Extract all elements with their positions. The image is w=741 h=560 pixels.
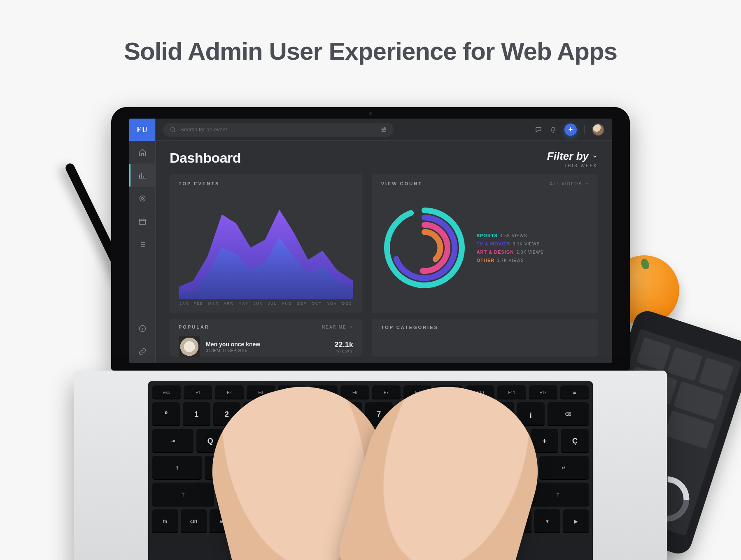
popular-scope[interactable]: NEAR ME	[322, 325, 353, 329]
messages-icon[interactable]	[535, 126, 542, 133]
popular-title: POPULAR	[179, 324, 210, 329]
top-events-title: TOP EVENTS	[179, 181, 219, 186]
sidebar-item-info[interactable]	[129, 317, 155, 340]
chevron-down-icon	[585, 182, 589, 186]
divider	[584, 125, 585, 134]
filter-by[interactable]: Filter by THIS WEEK	[547, 150, 598, 168]
popular-stat-value: 22.1k	[335, 341, 353, 349]
popular-panel: POPULAR NEAR ME Men you once knew	[170, 319, 362, 357]
filter-label: Filter by	[547, 150, 589, 163]
filter-value: THIS WEEK	[547, 163, 598, 168]
info-icon	[138, 324, 147, 333]
popular-item-name[interactable]: Men you once knew	[206, 341, 329, 348]
svg-point-4	[171, 127, 175, 131]
view-count-panel: VIEW COUNT ALL VIDEOS	[372, 174, 598, 313]
popular-stat-label: VIEWS	[335, 349, 353, 353]
top-events-xaxis: JANFEB MARAPR MAYJUN JULAUG SEPOCT NOVDE…	[179, 301, 353, 306]
popular-thumb[interactable]	[179, 336, 200, 357]
svg-point-0	[140, 196, 145, 201]
laptop-mockup: EU	[111, 107, 630, 560]
chevron-down-icon	[592, 154, 598, 159]
calendar-icon	[138, 217, 147, 226]
main-area: + Dashboard Filter by THIS WEEK	[156, 119, 612, 363]
link-icon	[138, 348, 147, 356]
brand-badge[interactable]: EU	[129, 119, 155, 141]
sidebar-item-calendar[interactable]	[129, 210, 155, 233]
sliders-icon[interactable]	[380, 126, 387, 133]
marketing-headline: Solid Admin User Experience for Web Apps	[0, 37, 741, 65]
legend-row: ART & DESIGN 2.3K VIEWS	[477, 250, 589, 254]
top-categories-title: TOP CATEGORIES	[381, 325, 589, 330]
ring-other	[408, 232, 440, 264]
ring-sports	[387, 210, 462, 285]
topbar: +	[156, 119, 612, 141]
sidebar-item-list[interactable]	[129, 233, 155, 256]
avatar[interactable]	[592, 124, 604, 136]
home-icon	[138, 148, 147, 156]
add-button[interactable]: +	[564, 124, 577, 136]
sidebar: EU	[129, 119, 156, 363]
top-categories-panel: TOP CATEGORIES	[372, 319, 598, 357]
search-icon	[170, 126, 176, 133]
top-events-chart	[179, 190, 353, 299]
bell-icon[interactable]	[550, 126, 557, 133]
svg-point-5	[384, 127, 385, 128]
target-icon	[138, 194, 147, 203]
legend-row: SPORTS 4.5K VIEWS	[477, 233, 589, 238]
legend-row: OTHER 1.7K VIEWS	[477, 258, 589, 263]
top-events-panel: TOP EVENTS	[170, 174, 362, 313]
sidebar-item-link[interactable]	[129, 340, 155, 363]
chevron-down-icon	[349, 325, 353, 329]
search-input[interactable]	[180, 126, 376, 133]
sidebar-item-home[interactable]	[129, 141, 155, 164]
svg-point-7	[385, 131, 386, 132]
sidebar-item-analytics[interactable]	[129, 164, 155, 187]
view-count-scope[interactable]: ALL VIDEOS	[550, 182, 589, 186]
svg-point-1	[141, 197, 143, 199]
app-screen: EU	[129, 119, 612, 363]
view-count-legend: SPORTS 4.5K VIEWS TV & MOVIES 3.1K VIEWS…	[477, 233, 589, 263]
laptop-camera	[369, 112, 372, 115]
view-count-title: VIEW COUNT	[381, 181, 422, 186]
svg-rect-2	[139, 219, 145, 224]
popular-item-meta: 3:30PM, 11 SEP, 2015	[206, 348, 329, 353]
page-title: Dashboard	[170, 150, 241, 166]
bars-icon	[138, 171, 147, 180]
view-count-radial	[381, 205, 468, 291]
sidebar-item-target[interactable]	[129, 187, 155, 210]
legend-row: TV & MOVIES 3.1K VIEWS	[477, 241, 589, 246]
search-field[interactable]	[163, 123, 394, 137]
list-icon	[138, 240, 147, 249]
svg-point-6	[382, 129, 384, 130]
